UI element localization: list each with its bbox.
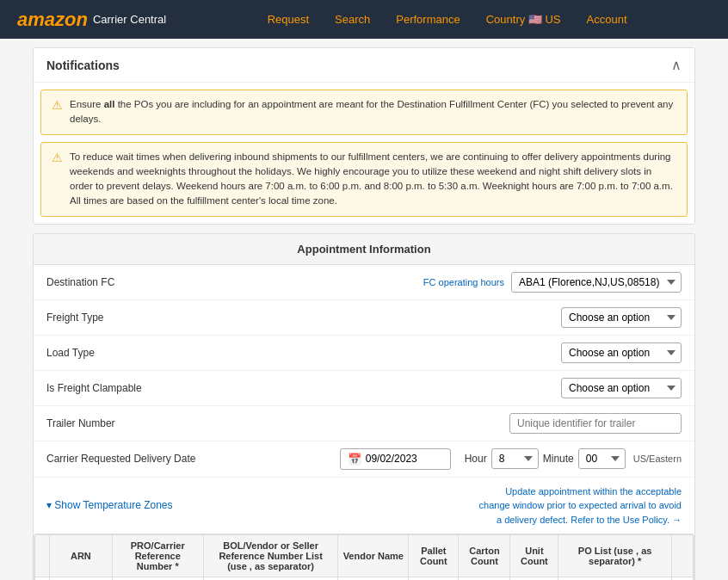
col-pallet: Pallet Count: [409, 535, 459, 577]
destination-fc-control: FC operating hours ABA1 (Florence,NJ,US,…: [423, 272, 682, 293]
hour-label: Hour: [465, 453, 487, 465]
header: amazon Carrier Central Request Search Pe…: [0, 0, 728, 39]
delete-cell: 🗑: [671, 577, 693, 581]
trailer-number-row: Trailer Number: [34, 406, 694, 441]
freight-type-row: Freight Type Choose an option: [34, 300, 694, 336]
minute-label: Minute: [543, 453, 574, 465]
logo-area: amazon Carrier Central: [17, 9, 166, 31]
hour-select[interactable]: 8: [491, 448, 539, 469]
col-carton: Carton Count: [459, 535, 510, 577]
col-index: [35, 535, 50, 577]
load-type-control: Choose an option: [561, 342, 682, 363]
fc-operating-hours-link[interactable]: FC operating hours: [423, 277, 504, 287]
arn-cell: [50, 577, 112, 581]
update-note: Update appointment within the acceptable…: [479, 484, 682, 528]
nav-performance[interactable]: Performance: [396, 13, 460, 26]
shipment-table-section: ARN PRO/Carrier Reference Number * BOL/V…: [34, 534, 694, 580]
freight-type-label: Freight Type: [46, 312, 219, 324]
destination-fc-label: Destination FC: [46, 276, 219, 288]
pallet-cell: ▲ ▼: [409, 577, 459, 581]
temp-zones-row: ▾ Show Temperature Zones Update appointm…: [34, 478, 694, 534]
table-row: 1 ▲ ▼: [35, 577, 694, 581]
freight-type-control: Choose an option: [561, 307, 682, 328]
nav-country[interactable]: Country 🇺🇸 US: [486, 13, 561, 26]
col-pro: PRO/Carrier Reference Number *: [112, 535, 203, 577]
bol-cell: [203, 577, 337, 581]
po-cell: Ensure you include any and all POs that …: [558, 577, 672, 581]
vendor-cell: [338, 577, 409, 581]
col-po: PO List (use , as separator) *: [558, 535, 672, 577]
fc-select[interactable]: ABA1 (Florence,NJ,US,08518): [511, 272, 682, 293]
delivery-date-control: 📅 Hour 8 Minute 00 US/Eastern: [340, 448, 682, 470]
freight-clampable-row: Is Freight Clampable Choose an option: [34, 371, 694, 406]
col-unit: Unit Count: [510, 535, 558, 577]
col-delete: [671, 535, 693, 577]
destination-fc-row: Destination FC FC operating hours ABA1 (…: [34, 265, 694, 300]
main-content: Notifications ∧ ⚠ Ensure all the POs you…: [15, 39, 713, 580]
table-header-row: ARN PRO/Carrier Reference Number * BOL/V…: [35, 535, 694, 577]
nav-search[interactable]: Search: [335, 13, 370, 26]
date-input-wrapper: 📅: [340, 448, 451, 470]
freight-type-select[interactable]: Choose an option: [561, 307, 682, 328]
minute-select[interactable]: 00: [578, 448, 626, 469]
date-input[interactable]: [366, 453, 443, 465]
alert-1-text: Ensure all the POs you are including for…: [70, 97, 676, 127]
load-type-row: Load Type Choose an option: [34, 336, 694, 371]
delivery-date-label: Carrier Requested Delivery Date: [46, 453, 219, 465]
appointment-section: Appointment Information Destination FC F…: [33, 233, 695, 581]
alert-1: ⚠ Ensure all the POs you are including f…: [40, 89, 688, 135]
nav-account[interactable]: Account: [587, 13, 627, 26]
notifications-panel: Notifications ∧ ⚠ Ensure all the POs you…: [33, 47, 695, 225]
col-bol: BOL/Vendor or Seller Reference Number Li…: [203, 535, 337, 577]
col-vendor: Vendor Name: [338, 535, 409, 577]
alert-2: ⚠ To reduce wait times when delivering i…: [40, 142, 688, 217]
row-number: 1: [35, 577, 50, 581]
calendar-icon: 📅: [348, 453, 361, 466]
nav-request[interactable]: Request: [268, 13, 309, 26]
pro-cell: [112, 577, 203, 581]
appointment-section-header: Appointment Information: [34, 234, 694, 265]
timezone-label: US/Eastern: [633, 454, 682, 464]
warning-icon-2: ⚠: [52, 151, 63, 164]
collapse-icon[interactable]: ∧: [671, 57, 682, 73]
show-temp-zones-btn[interactable]: ▾ Show Temperature Zones: [46, 499, 173, 511]
amazon-logo: amazon: [17, 9, 88, 31]
alert-2-text: To reduce wait times when delivering inb…: [70, 150, 676, 209]
use-policy-link[interactable]: a delivery defect. Refer to the Use Poli…: [497, 515, 682, 525]
notifications-title: Notifications: [46, 59, 120, 72]
freight-clampable-select[interactable]: Choose an option: [561, 378, 682, 398]
carton-cell: ▲ ▼: [459, 577, 510, 581]
unit-cell: ▲ ▼: [510, 577, 558, 581]
freight-clampable-label: Is Freight Clampable: [46, 382, 219, 394]
trailer-number-input[interactable]: [509, 413, 682, 434]
update-note-line2: change window prior to expected arrival …: [479, 498, 682, 513]
load-type-select[interactable]: Choose an option: [561, 342, 682, 363]
delivery-date-row: Carrier Requested Delivery Date 📅 Hour 8…: [34, 441, 694, 478]
warning-icon-1: ⚠: [52, 98, 63, 112]
trailer-number-label: Trailer Number: [46, 417, 219, 429]
flag-icon: 🇺🇸: [528, 13, 542, 26]
freight-clampable-control: Choose an option: [561, 378, 682, 398]
notifications-header: Notifications ∧: [34, 48, 694, 83]
shipment-table: ARN PRO/Carrier Reference Number * BOL/V…: [34, 534, 694, 580]
hour-minute-section: Hour 8 Minute 00 US/Eastern: [465, 448, 682, 469]
col-arn: ARN: [50, 535, 112, 577]
carrier-central-label: Carrier Central: [93, 13, 166, 26]
update-note-line1: Update appointment within the acceptable: [479, 484, 682, 499]
load-type-label: Load Type: [46, 347, 219, 359]
trailer-number-control: [509, 413, 682, 434]
main-nav: Request Search Performance Country 🇺🇸 US…: [268, 13, 627, 26]
